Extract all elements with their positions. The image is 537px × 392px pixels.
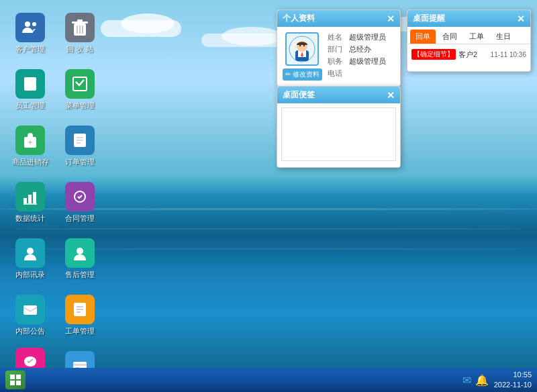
desktop-reminder-title: 桌面提醒 bbox=[413, 13, 445, 24]
personal-info-window: 个人资料 ✕ bbox=[277, 9, 401, 87]
svg-point-24 bbox=[77, 248, 83, 254]
desktop-note-close[interactable]: ✕ bbox=[387, 91, 395, 100]
svg-rect-50 bbox=[16, 375, 21, 379]
note-textarea[interactable] bbox=[281, 107, 396, 161]
svg-point-23 bbox=[27, 248, 34, 254]
svg-rect-51 bbox=[10, 381, 15, 385]
svg-rect-52 bbox=[16, 381, 21, 385]
personal-info-table: 姓名 超级管理员 部门 总经办 职务 超级管理员 电话 bbox=[328, 32, 395, 81]
taskbar-date: 2022-11-10 bbox=[494, 380, 532, 390]
icon-order-mgmt[interactable]: 订单管理 bbox=[56, 119, 103, 173]
icon-after-sales[interactable]: 售后管理 bbox=[56, 232, 103, 286]
taskbar-system-icons: ✉ 🔔 bbox=[462, 374, 489, 387]
svg-point-1 bbox=[32, 22, 36, 26]
svg-rect-25 bbox=[23, 305, 37, 315]
tab-contract[interactable]: 合同 bbox=[437, 30, 462, 44]
desktop-reminder-window: 桌面提醒 ✕ 回单 合同 工单 生日 【确定细节】 客户2 11-11 10:3… bbox=[407, 9, 531, 72]
desktop-reminder-close[interactable]: ✕ bbox=[517, 14, 525, 23]
desktop-note-window: 桌面便签 ✕ bbox=[277, 86, 401, 168]
desktop: 客户管理 回 收 站 bbox=[0, 0, 537, 392]
desktop-note-titlebar: 桌面便签 ✕ bbox=[277, 87, 400, 103]
note-body bbox=[277, 103, 400, 167]
svg-rect-19 bbox=[28, 195, 32, 203]
icon-internal-notice[interactable]: 内部公告 bbox=[7, 289, 54, 342]
edit-profile-btn[interactable]: ✏ 修改资料 bbox=[283, 68, 322, 81]
icon-data-stats[interactable]: 数据统计 bbox=[7, 176, 54, 230]
taskbar-right: ✉ 🔔 10:55 2022-11-10 bbox=[462, 370, 532, 391]
icon-work-order[interactable]: 工单管理 bbox=[56, 289, 103, 342]
svg-rect-4 bbox=[77, 19, 83, 21]
taskbar-clock: 10:55 2022-11-10 bbox=[494, 370, 532, 391]
icon-internal-contacts[interactable]: 内部讯录 bbox=[7, 232, 54, 286]
icon-menu-mgmt[interactable]: 菜单管理 bbox=[56, 63, 103, 117]
info-row-position: 职务 超级管理员 bbox=[328, 56, 395, 66]
personal-info-title: 个人资料 bbox=[283, 13, 315, 24]
personal-info-close[interactable]: ✕ bbox=[387, 14, 395, 23]
svg-point-48 bbox=[303, 45, 305, 46]
icon-goods[interactable]: 商品进销存 bbox=[7, 119, 54, 173]
reminder-time: 11-11 10:36 bbox=[491, 51, 526, 58]
info-row-name: 姓名 超级管理员 bbox=[328, 32, 395, 42]
svg-rect-18 bbox=[23, 198, 27, 203]
svg-point-47 bbox=[299, 45, 301, 46]
svg-rect-49 bbox=[10, 375, 15, 379]
reminder-body: 【确定细节】 客户2 11-11 10:36 bbox=[407, 44, 530, 71]
reminder-customer-name: 客户2 bbox=[458, 50, 488, 60]
reminder-item: 【确定细节】 客户2 11-11 10:36 bbox=[410, 47, 528, 62]
tab-work-order[interactable]: 工单 bbox=[464, 30, 489, 44]
personal-info-titlebar: 个人资料 ✕ bbox=[277, 10, 400, 27]
info-row-dept: 部门 总经办 bbox=[328, 44, 395, 54]
taskbar-time: 10:55 bbox=[494, 370, 532, 380]
desktop-note-title: 桌面便签 bbox=[283, 89, 315, 101]
tab-birthday[interactable]: 生日 bbox=[491, 30, 516, 44]
icon-grid: 客户管理 回 收 站 bbox=[7, 7, 103, 392]
svg-point-9 bbox=[28, 80, 32, 84]
icon-employee-mgmt[interactable]: 员工管理 bbox=[7, 63, 54, 117]
tab-return-order[interactable]: 回单 bbox=[410, 30, 436, 44]
svg-point-0 bbox=[25, 21, 30, 27]
icon-recycle-bin[interactable]: 回 收 站 bbox=[56, 7, 103, 60]
user-avatar bbox=[285, 32, 319, 66]
taskbar-notification-icon[interactable]: 🔔 bbox=[475, 374, 489, 387]
icon-contract-mgmt[interactable]: 合同管理 bbox=[56, 176, 103, 230]
icon-customer-mgmt[interactable]: 客户管理 bbox=[7, 7, 54, 60]
reminder-tag: 【确定细节】 bbox=[411, 49, 456, 60]
start-button[interactable] bbox=[5, 371, 26, 389]
desktop-reminder-titlebar: 桌面提醒 ✕ bbox=[407, 10, 530, 27]
taskbar-email-icon[interactable]: ✉ bbox=[462, 374, 471, 387]
info-row-phone: 电话 bbox=[328, 68, 395, 79]
svg-rect-20 bbox=[33, 192, 36, 203]
svg-rect-3 bbox=[72, 21, 88, 23]
reminder-tabs: 回单 合同 工单 生日 bbox=[407, 27, 530, 44]
taskbar: ✉ 🔔 10:55 2022-11-10 bbox=[0, 368, 537, 392]
svg-rect-31 bbox=[73, 364, 87, 366]
